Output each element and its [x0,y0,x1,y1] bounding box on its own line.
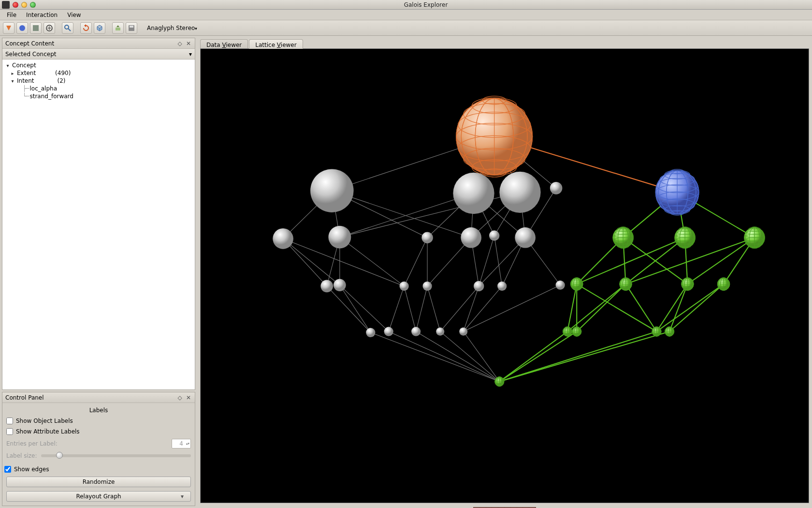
svg-line-5 [68,29,71,31]
svg-line-48 [464,286,502,331]
maximize-window-icon[interactable] [30,2,36,8]
svg-line-69 [687,238,754,284]
entries-per-label-label: Entries per Label: [6,440,172,447]
anaglyph-label: Anaglyph Stereo [147,25,195,31]
svg-point-261 [459,328,467,336]
svg-line-27 [283,239,340,285]
close-window-icon[interactable] [13,2,18,8]
checkbox[interactable] [6,428,13,435]
svg-point-106 [499,172,540,213]
detach-panel-icon[interactable]: ◇ [176,394,183,401]
svg-point-187 [497,282,507,291]
svg-marker-0 [6,26,11,30]
svg-line-83 [499,331,656,381]
label-size-label: Label size: [6,452,37,459]
svg-line-58 [464,331,500,381]
svg-point-182 [320,280,333,293]
svg-point-258 [384,327,393,336]
checkbox[interactable] [4,466,11,473]
concept-content-title-label: Concept Content [5,40,54,47]
svg-point-185 [422,282,432,291]
expand-icon[interactable]: ▸ [9,71,16,76]
svg-line-43 [404,286,416,331]
toolbar-button-3[interactable] [30,22,42,34]
close-panel-icon[interactable]: ✕ [185,40,192,47]
entries-per-label-spinner[interactable]: 4 [172,439,191,448]
svg-line-41 [340,285,389,331]
anaglyph-stereo-dropdown[interactable]: Anaglyph Stereo▾ [144,25,200,31]
svg-line-35 [479,236,494,286]
svg-line-47 [464,286,479,331]
svg-point-188 [556,281,565,290]
right-column: Data Viewer Lattice Viewer [197,36,812,508]
svg-line-84 [499,331,669,381]
selected-concept-label: Selected Concept [5,51,56,58]
svg-marker-8 [116,25,119,27]
svg-line-45 [427,286,440,331]
toolbar-button-2[interactable] [16,22,28,34]
svg-point-125 [273,228,293,249]
tree-node-intent[interactable]: ▾ Intent (2) [2,77,195,85]
menu-file[interactable]: File [2,11,21,19]
svg-point-259 [411,327,420,336]
control-panel-title-label: Control Panel [5,394,44,401]
svg-line-80 [656,284,724,331]
checkbox[interactable] [6,418,13,424]
svg-line-55 [389,331,499,381]
svg-point-186 [474,281,484,291]
slider-thumb[interactable] [56,452,63,459]
svg-point-107 [550,182,563,194]
concept-content-panel: Concept Content ◇ ✕ Selected Concept ▾ ▾… [2,38,195,390]
minimize-window-icon[interactable] [21,2,27,8]
svg-line-54 [371,332,500,381]
svg-point-257 [366,328,375,337]
svg-point-127 [421,232,433,243]
show-edges-checkbox[interactable]: Show edges [4,466,191,473]
svg-point-1 [19,25,25,31]
workarea: Concept Content ◇ ✕ Selected Concept ▾ ▾… [0,36,812,508]
svg-point-184 [400,282,409,291]
toolbar-button-cube[interactable] [94,22,105,34]
window-controls [13,2,36,8]
toolbar-button-1[interactable] [3,22,14,34]
svg-rect-10 [130,26,133,28]
zoom-icon[interactable] [62,22,73,34]
show-object-labels-checkbox[interactable]: Show Object Labels [6,418,191,424]
left-column: Concept Content ◇ ✕ Selected Concept ▾ ▾… [0,36,197,508]
toolbar-button-save[interactable] [126,22,137,34]
svg-point-104 [310,169,354,212]
menu-interaction[interactable]: Interaction [21,11,62,19]
chevron-down-icon: ▾ [195,26,197,31]
svg-line-59 [464,285,560,331]
svg-line-82 [499,331,577,381]
lattice-viewer-canvas[interactable] [200,48,809,503]
show-attribute-labels-checkbox[interactable]: Show Attribute Labels [6,428,191,435]
svg-line-79 [669,284,724,331]
tab-data-viewer[interactable]: Data Viewer [200,39,248,49]
tab-strip: Data Viewer Lattice Viewer [200,39,809,48]
app-icon [2,1,10,9]
close-panel-icon[interactable]: ✕ [185,394,192,401]
tree-node-concept[interactable]: ▾ Concept [2,61,195,69]
detach-panel-icon[interactable]: ◇ [176,40,183,47]
tree-leaf-strand-forward[interactable]: └─ strand_forward [2,92,195,100]
window-title: Galois Explorer [42,1,810,8]
selected-concept-dropdown[interactable]: Selected Concept ▾ [2,49,195,60]
collapse-icon[interactable]: ▾ [4,63,11,68]
toolbar-button-reset[interactable] [80,22,92,34]
tab-lattice-viewer[interactable]: Lattice Viewer [249,39,303,49]
collapse-icon[interactable]: ▾ [9,78,16,84]
toolbar-button-export[interactable] [112,22,124,34]
relayout-graph-dropdown[interactable]: Relayout Graph [6,491,191,502]
control-panel: Control Panel ◇ ✕ Labels Show Object Lab… [2,392,195,506]
randomize-button[interactable]: Randomize [6,477,191,487]
toolbar-button-4[interactable] [44,22,55,34]
label-size-slider[interactable] [41,454,191,457]
tree-node-extent[interactable]: ▸ Extent (490) [2,69,195,77]
svg-line-76 [626,284,657,331]
svg-point-130 [515,227,536,248]
svg-point-105 [453,173,494,214]
tree-leaf-loc-alpha[interactable]: ├─ loc_alpha [2,85,195,92]
tab-label: Lattice Viewer [255,42,296,48]
menu-view[interactable]: View [62,11,86,19]
